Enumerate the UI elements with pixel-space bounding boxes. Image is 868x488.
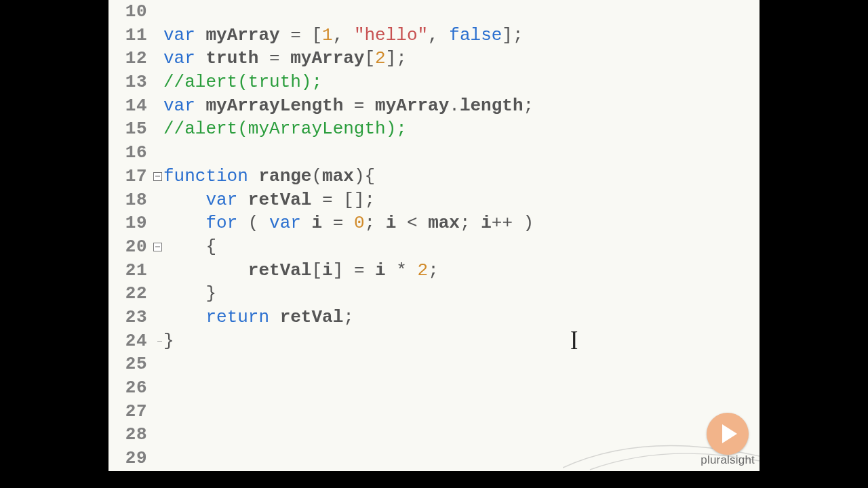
code-line[interactable]: 10 bbox=[108, 0, 760, 24]
code-content[interactable]: //alert(truth); bbox=[163, 70, 760, 94]
code-content[interactable]: var truth = myArray[2]; bbox=[163, 47, 760, 70]
fold-collapse-icon[interactable] bbox=[153, 172, 162, 181]
code-line[interactable]: 23 return retVal; bbox=[108, 306, 760, 329]
brand-label: pluralsight bbox=[701, 453, 755, 467]
code-line[interactable]: 28 bbox=[108, 423, 760, 447]
line-number: 15 bbox=[108, 117, 151, 141]
letterbox-bottom bbox=[108, 471, 760, 488]
play-icon[interactable] bbox=[707, 413, 749, 455]
code-content[interactable]: var myArrayLength = myArray.length; bbox=[163, 94, 760, 118]
code-line[interactable]: 18 var retVal = []; bbox=[108, 188, 760, 212]
line-number: 29 bbox=[108, 447, 151, 470]
line-number: 18 bbox=[108, 188, 151, 212]
video-stage: 1011var myArray = [1, "hello", false];12… bbox=[0, 0, 868, 488]
line-number: 17 bbox=[108, 165, 151, 188]
line-number: 19 bbox=[108, 211, 151, 235]
code-content[interactable]: var myArray = [1, "hello", false]; bbox=[163, 24, 760, 47]
code-line[interactable]: 29 bbox=[108, 447, 760, 470]
code-line[interactable]: 21 retVal[i] = i * 2; bbox=[108, 259, 760, 283]
code-content[interactable]: } bbox=[163, 282, 760, 306]
code-content[interactable]: } bbox=[163, 329, 760, 353]
code-content[interactable]: retVal[i] = i * 2; bbox=[163, 259, 760, 283]
code-content[interactable]: var retVal = []; bbox=[163, 188, 760, 212]
code-line[interactable]: 24} bbox=[108, 329, 760, 353]
line-number: 24 bbox=[108, 329, 151, 353]
code-line[interactable]: 16 bbox=[108, 141, 760, 165]
fold-collapse-icon[interactable] bbox=[153, 243, 162, 251]
fold-gutter[interactable] bbox=[151, 172, 163, 181]
line-number: 27 bbox=[108, 400, 151, 424]
line-number: 20 bbox=[108, 235, 151, 259]
code-line[interactable]: 19 for ( var i = 0; i < max; i++ ) bbox=[108, 211, 760, 235]
line-number: 25 bbox=[108, 352, 151, 376]
code-line[interactable]: 13//alert(truth); bbox=[108, 70, 760, 94]
code-line[interactable]: 15//alert(myArrayLength); bbox=[108, 117, 760, 141]
provider-logo[interactable]: pluralsight bbox=[701, 413, 755, 467]
line-number: 13 bbox=[108, 70, 151, 94]
code-line[interactable]: 27 bbox=[108, 400, 760, 424]
code-line[interactable]: 20 { bbox=[108, 235, 760, 259]
line-number: 10 bbox=[108, 0, 151, 24]
text-cursor-icon: I bbox=[570, 324, 578, 356]
line-number: 11 bbox=[108, 24, 151, 47]
line-number: 28 bbox=[108, 423, 151, 447]
line-number: 21 bbox=[108, 259, 151, 283]
code-line[interactable]: 12var truth = myArray[2]; bbox=[108, 47, 760, 70]
code-content[interactable]: //alert(myArrayLength); bbox=[163, 117, 760, 141]
line-number: 16 bbox=[108, 141, 151, 165]
code-line[interactable]: 25 bbox=[108, 352, 760, 376]
code-content[interactable]: { bbox=[163, 235, 760, 259]
code-line[interactable]: 26 bbox=[108, 376, 760, 400]
line-number: 22 bbox=[108, 282, 151, 306]
code-editor[interactable]: 1011var myArray = [1, "hello", false];12… bbox=[108, 0, 760, 471]
code-line[interactable]: 14var myArrayLength = myArray.length; bbox=[108, 94, 760, 118]
fold-gutter[interactable] bbox=[151, 243, 163, 251]
code-line[interactable]: 22 } bbox=[108, 282, 760, 306]
line-number: 23 bbox=[108, 306, 151, 329]
code-content[interactable]: function range(max){ bbox=[163, 165, 760, 188]
line-number: 14 bbox=[108, 94, 151, 118]
code-line[interactable]: 11var myArray = [1, "hello", false]; bbox=[108, 24, 760, 47]
line-number: 26 bbox=[108, 376, 151, 400]
code-content[interactable]: return retVal; bbox=[163, 306, 760, 329]
code-content[interactable]: for ( var i = 0; i < max; i++ ) bbox=[163, 211, 760, 235]
line-number: 12 bbox=[108, 47, 151, 70]
code-line[interactable]: 17function range(max){ bbox=[108, 165, 760, 188]
